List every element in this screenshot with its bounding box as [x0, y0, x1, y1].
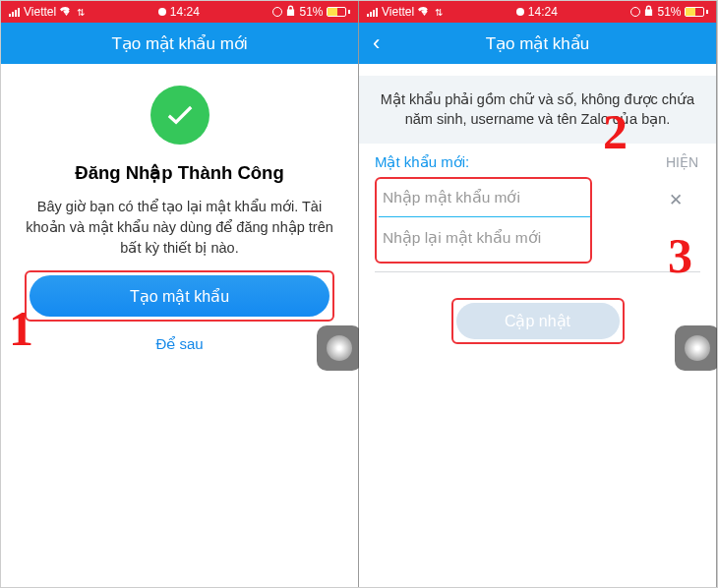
screen-left: Viettel ⇅ 14:24 51% Tạo mật khẩu mới Đăn… [1, 1, 359, 587]
callout-3: 3 [668, 227, 692, 284]
header-right: ‹ Tạo mật khẩu [359, 23, 716, 64]
success-title: Đăng Nhập Thành Công [25, 162, 334, 184]
assistive-touch-icon[interactable] [317, 325, 362, 371]
lock-icon [644, 5, 653, 19]
header-title: Tạo mật khẩu [486, 33, 590, 54]
update-button[interactable]: Cập nhật [456, 303, 620, 339]
signal-icon [367, 8, 378, 17]
success-text: Bây giờ bạn có thể tạo lại mật khẩu mới.… [25, 197, 334, 259]
clear-input-button[interactable]: ✕ [663, 184, 688, 216]
input-underline [379, 216, 590, 217]
battery-pct: 51% [657, 5, 681, 19]
callout-box-1: Tạo mật khẩu [25, 270, 334, 322]
show-password-toggle[interactable]: HIỆN [666, 154, 698, 170]
transfer-icon: ⇅ [77, 7, 85, 18]
record-icon [158, 8, 166, 16]
wifi-icon [60, 5, 73, 19]
header-left: Tạo mật khẩu mới [1, 23, 358, 64]
status-bar: Viettel ⇅ 14:24 51% [359, 1, 716, 23]
time-label: 14:24 [170, 5, 200, 19]
carrier-label: Viettel [24, 5, 56, 19]
confirm-password-input[interactable]: Nhập lại mật khẩu mới [379, 229, 590, 247]
transfer-icon: ⇅ [435, 7, 443, 18]
later-link[interactable]: Để sau [25, 335, 334, 353]
battery-icon [685, 7, 708, 17]
carrier-label: Viettel [382, 5, 414, 19]
password-field-label: Mật khẩu mới: [375, 153, 700, 171]
assistive-touch-icon[interactable] [675, 325, 718, 371]
new-password-input[interactable]: Nhập mật khẩu mới [379, 189, 590, 206]
record-icon [516, 8, 524, 16]
alarm-icon [630, 7, 640, 17]
back-button[interactable]: ‹ [373, 32, 380, 54]
callout-box-2: Nhập mật khẩu mới ✕ Nhập lại mật khẩu mớ… [375, 177, 592, 264]
header-title: Tạo mật khẩu mới [111, 33, 247, 54]
callout-1: 1 [9, 300, 33, 357]
time-label: 14:24 [528, 5, 558, 19]
success-checkmark-icon [150, 86, 209, 145]
callout-box-3: Cập nhật [451, 298, 625, 344]
status-bar: Viettel ⇅ 14:24 51% [1, 1, 358, 23]
signal-icon [9, 8, 20, 17]
create-password-button[interactable]: Tạo mật khẩu [30, 275, 329, 317]
lock-icon [286, 5, 295, 19]
callout-2: 2 [603, 103, 628, 160]
input-underline-gray [375, 271, 700, 272]
battery-icon [327, 7, 350, 17]
wifi-icon [418, 5, 431, 19]
alarm-icon [272, 7, 282, 17]
instruction-text: Mật khẩu phải gồm chữ và số, không được … [359, 76, 716, 144]
battery-pct: 51% [299, 5, 323, 19]
screen-right: Viettel ⇅ 14:24 51% ‹ Tạo mật khẩu Mật k… [359, 1, 717, 587]
